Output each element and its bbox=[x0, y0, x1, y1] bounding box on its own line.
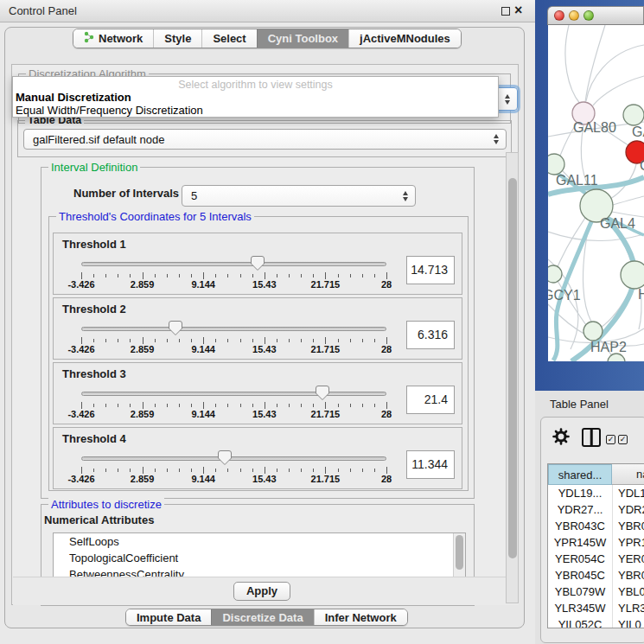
attribute-item[interactable]: SelfLoops bbox=[54, 533, 465, 550]
table-row[interactable]: YIL052CYIL0 bbox=[548, 616, 644, 628]
tab-style[interactable]: Style bbox=[153, 29, 201, 48]
slider-axis-label: 21.715 bbox=[311, 474, 341, 484]
column-header-name[interactable]: na bbox=[612, 464, 644, 485]
cell-name[interactable]: YDL1 bbox=[612, 485, 644, 501]
cell-name[interactable]: YER0 bbox=[612, 551, 644, 567]
tab-discretize-data[interactable]: Discretize Data bbox=[211, 609, 313, 625]
slider-tick bbox=[338, 274, 339, 277]
scrollbar-thumb[interactable] bbox=[456, 535, 463, 570]
node-label: GCY1 bbox=[548, 288, 581, 303]
popup-option-equal-width-frequency[interactable]: Equal Width/Frequency Discretization bbox=[16, 104, 203, 117]
scrollbar-thumb[interactable] bbox=[508, 178, 517, 558]
slider-axis-label: 9.144 bbox=[191, 279, 215, 290]
toolbox-tabbar: Network Style Select Cyni Toolbox jActiv… bbox=[73, 29, 462, 48]
threshold-value-input[interactable]: 21.4 bbox=[406, 386, 455, 414]
slider-tick bbox=[240, 339, 241, 342]
network-node[interactable] bbox=[583, 322, 603, 341]
zoom-button[interactable] bbox=[583, 10, 594, 21]
attribute-item[interactable]: TopologicalCoefficient bbox=[54, 550, 465, 566]
float-window-icon[interactable] bbox=[501, 7, 510, 16]
slider-axis-label: 9.144 bbox=[191, 344, 215, 354]
table-data-combobox[interactable]: galFiltered.sif default node bbox=[23, 129, 507, 150]
minimize-button[interactable] bbox=[569, 10, 579, 21]
popup-option-manual-discretization[interactable]: Manual Discretization bbox=[16, 91, 131, 104]
cell-shared-name[interactable]: YLR345W bbox=[548, 600, 612, 616]
split-columns-icon[interactable] bbox=[582, 428, 601, 447]
table-row[interactable]: YPR145WYPR1 bbox=[548, 534, 644, 551]
table-row[interactable]: YER054CYER0 bbox=[548, 551, 644, 567]
close-button[interactable] bbox=[554, 10, 564, 21]
cell-name[interactable]: YIL0 bbox=[612, 616, 644, 628]
settings-gear-icon[interactable] bbox=[552, 428, 570, 449]
table-row[interactable]: YDR27...YDR2 bbox=[548, 501, 644, 518]
slider-track[interactable] bbox=[81, 392, 386, 396]
threshold-value-input[interactable]: 6.316 bbox=[406, 321, 455, 349]
network-node[interactable] bbox=[621, 261, 644, 289]
table-row[interactable]: YBR043CYBR0 bbox=[548, 518, 644, 534]
slider-thumb[interactable] bbox=[316, 386, 329, 400]
checkbox-icon[interactable]: ✓ bbox=[606, 435, 615, 444]
cell-name[interactable]: YBR0 bbox=[612, 567, 644, 583]
slider-thumb[interactable] bbox=[218, 450, 232, 465]
tab-select[interactable]: Select bbox=[201, 29, 256, 48]
slider-tick bbox=[252, 274, 253, 277]
slider-thumb[interactable] bbox=[169, 321, 182, 335]
table-row[interactable]: YBR045CYBR0 bbox=[548, 567, 644, 583]
tab-jactivemnodules[interactable]: jActiveMNodules bbox=[348, 29, 461, 48]
threshold-value-input[interactable]: 14.713 bbox=[406, 256, 455, 284]
slider-track[interactable] bbox=[81, 327, 386, 331]
tab-impute-data[interactable]: Impute Data bbox=[126, 609, 211, 625]
slider-tick bbox=[313, 274, 314, 277]
cell-shared-name[interactable]: YDR27... bbox=[548, 501, 612, 518]
network-node[interactable] bbox=[623, 105, 644, 125]
slider-axis-label: 2.859 bbox=[131, 344, 155, 354]
cell-shared-name[interactable]: YDL19... bbox=[548, 485, 612, 501]
slider-tick bbox=[130, 339, 131, 342]
apply-button[interactable]: Apply bbox=[233, 582, 290, 601]
network-canvas[interactable]: GAL80GACGAL11GAL4GCY1HHAP2 bbox=[548, 25, 644, 361]
cell-name[interactable]: YLR3 bbox=[612, 600, 644, 616]
slider-tick bbox=[191, 469, 192, 472]
column-header-shared-name[interactable]: shared... bbox=[548, 464, 612, 485]
slider-thumb[interactable] bbox=[251, 256, 265, 271]
cell-shared-name[interactable]: YBR043C bbox=[548, 518, 612, 534]
threshold-value-input[interactable]: 11.344 bbox=[406, 450, 455, 479]
close-icon[interactable]: × bbox=[514, 3, 522, 18]
tab-label: Select bbox=[213, 32, 245, 45]
table-row[interactable]: YBL079WYBL0 bbox=[548, 583, 644, 600]
list-scrollbar[interactable] bbox=[453, 533, 465, 577]
network-edge bbox=[586, 45, 644, 101]
checkbox-icon[interactable]: ✓ bbox=[618, 435, 628, 444]
network-node[interactable] bbox=[608, 354, 625, 361]
cell-name[interactable]: YPR1 bbox=[612, 534, 644, 551]
cell-name[interactable]: YBR0 bbox=[612, 518, 644, 534]
slider-tick bbox=[374, 274, 375, 277]
cell-name[interactable]: YDR2 bbox=[612, 501, 644, 518]
threshold-row: Threshold 1-3.4262.8599.14415.4321.71528… bbox=[53, 233, 462, 295]
cell-shared-name[interactable]: YPR145W bbox=[548, 534, 612, 551]
tab-cyni-toolbox[interactable]: Cyni Toolbox bbox=[257, 29, 348, 48]
attribute-table[interactable]: shared... na YDL19...YDL1YDR27...YDR2YBR… bbox=[547, 463, 644, 628]
tab-infer-network[interactable]: Infer Network bbox=[314, 609, 407, 625]
tab-network[interactable]: Network bbox=[73, 29, 153, 48]
network-node[interactable] bbox=[548, 154, 564, 175]
slider-track[interactable] bbox=[81, 262, 386, 266]
slider-tick bbox=[167, 339, 168, 342]
cell-shared-name[interactable]: YBR045C bbox=[548, 567, 612, 583]
cell-name[interactable]: YBL0 bbox=[612, 583, 644, 600]
slider-track[interactable] bbox=[81, 456, 386, 461]
network-node[interactable] bbox=[548, 265, 562, 283]
numerical-attributes-list[interactable]: SelfLoopsTopologicalCoefficientBetweenne… bbox=[53, 532, 466, 577]
cell-shared-name[interactable]: YIL052C bbox=[548, 616, 612, 628]
slider-axis-label: -3.426 bbox=[67, 409, 94, 419]
cell-shared-name[interactable]: YER054C bbox=[548, 551, 612, 567]
table-row[interactable]: YLR345WYLR3 bbox=[548, 600, 644, 616]
cell-shared-name[interactable]: YBL079W bbox=[548, 583, 612, 600]
network-graph: GAL80GACGAL11GAL4GCY1HHAP2 bbox=[548, 25, 644, 361]
content-scrollbar[interactable] bbox=[506, 152, 519, 603]
network-window-titlebar[interactable] bbox=[547, 6, 644, 25]
tab-label: Cyni Toolbox bbox=[268, 32, 338, 45]
table-row[interactable]: YDL19...YDL1 bbox=[548, 485, 644, 501]
slider-tick bbox=[325, 272, 326, 279]
number-of-intervals-combobox[interactable]: 5 bbox=[182, 185, 416, 207]
